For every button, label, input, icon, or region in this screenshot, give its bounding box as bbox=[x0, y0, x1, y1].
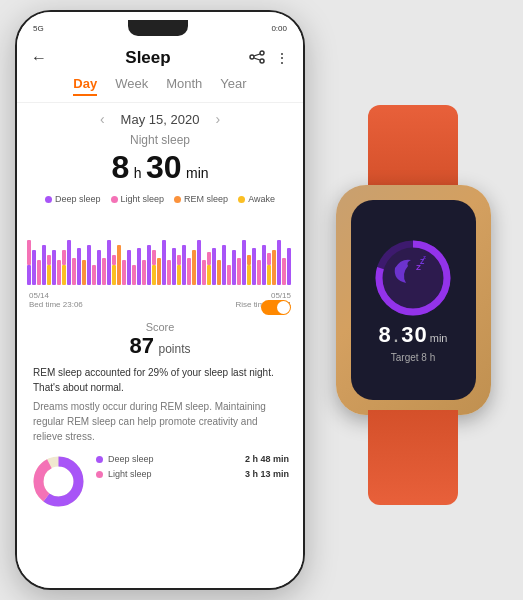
deep-sleep-stat-name: Deep sleep bbox=[108, 454, 240, 464]
deep-sleep-stat-dot bbox=[96, 456, 103, 463]
back-button[interactable]: ← bbox=[31, 49, 47, 67]
rem-detail-text: Dreams mostly occur during REM sleep. Ma… bbox=[33, 399, 287, 444]
more-icon[interactable]: ⋮ bbox=[275, 50, 289, 66]
stats-list: Deep sleep 2 h 48 min Light sleep 3 h 13… bbox=[96, 454, 289, 479]
svg-rect-27 bbox=[117, 245, 121, 285]
light-sleep-stat-dot bbox=[96, 471, 103, 478]
status-signal: 5G bbox=[33, 24, 44, 33]
svg-rect-20 bbox=[87, 245, 91, 285]
svg-rect-9 bbox=[42, 245, 46, 285]
svg-rect-12 bbox=[52, 250, 56, 285]
sleep-duration: 8 h 30 min bbox=[17, 147, 303, 190]
donut-chart bbox=[31, 454, 86, 509]
svg-line-4 bbox=[254, 58, 260, 60]
status-time: 0:00 bbox=[271, 24, 287, 33]
svg-rect-65 bbox=[282, 258, 286, 285]
svg-rect-5 bbox=[27, 265, 31, 285]
current-date: May 15, 2020 bbox=[121, 112, 200, 127]
svg-rect-63 bbox=[272, 250, 276, 285]
svg-rect-41 bbox=[177, 255, 181, 265]
tab-month[interactable]: Month bbox=[166, 76, 202, 96]
deep-sleep-dot bbox=[45, 196, 52, 203]
app-header: ← Sleep ⋮ bbox=[17, 40, 303, 72]
svg-text:z: z bbox=[423, 254, 426, 260]
svg-rect-60 bbox=[262, 245, 266, 285]
watch-strap-bottom bbox=[368, 410, 458, 505]
svg-rect-13 bbox=[57, 260, 61, 285]
sleep-label: Night sleep bbox=[17, 129, 303, 147]
svg-rect-14 bbox=[62, 265, 66, 285]
watch-target: Target 8 h bbox=[391, 352, 435, 363]
view-toggle[interactable] bbox=[261, 300, 291, 315]
svg-rect-10 bbox=[47, 265, 51, 285]
awake-dot bbox=[238, 196, 245, 203]
svg-point-1 bbox=[260, 51, 264, 55]
svg-rect-38 bbox=[167, 260, 171, 285]
svg-rect-46 bbox=[202, 260, 206, 285]
rem-main-text: REM sleep accounted for 29% of your slee… bbox=[33, 365, 287, 395]
watch-hours: 8 bbox=[379, 322, 392, 348]
svg-rect-32 bbox=[142, 260, 146, 285]
watch-container: Z Z z 8 . 30 min Target 8 h bbox=[318, 140, 508, 460]
svg-rect-8 bbox=[37, 260, 41, 285]
svg-rect-26 bbox=[112, 255, 116, 265]
svg-rect-62 bbox=[267, 253, 271, 265]
svg-rect-61 bbox=[267, 265, 271, 285]
tab-week[interactable]: Week bbox=[115, 76, 148, 96]
svg-rect-33 bbox=[147, 245, 151, 285]
deep-sleep-label: Deep sleep bbox=[55, 194, 101, 204]
sleep-chart: 05/14 Bed time 23:06 05/15 Rise time 07:… bbox=[17, 206, 303, 296]
chart-labels: 05/14 Bed time 23:06 05/15 Rise time 07:… bbox=[25, 289, 295, 309]
svg-rect-56 bbox=[247, 265, 251, 285]
phone-notch bbox=[128, 20, 188, 36]
svg-rect-25 bbox=[112, 265, 116, 285]
tab-day[interactable]: Day bbox=[73, 76, 97, 96]
bed-date: 05/14 bbox=[29, 291, 83, 300]
svg-rect-54 bbox=[237, 258, 241, 285]
watch-strap-top bbox=[368, 105, 458, 190]
sleep-minutes: 30 bbox=[146, 149, 182, 185]
tab-year[interactable]: Year bbox=[220, 76, 246, 96]
score-value: 87 bbox=[130, 333, 154, 358]
watch-minutes: 30 bbox=[401, 322, 427, 348]
status-bar: 5G 0:00 bbox=[17, 12, 303, 40]
legend-deep-sleep: Deep sleep bbox=[45, 194, 101, 204]
header-icons: ⋮ bbox=[249, 49, 289, 68]
sleep-description: REM sleep accounted for 29% of your slee… bbox=[17, 361, 303, 448]
svg-rect-45 bbox=[197, 240, 201, 285]
svg-rect-52 bbox=[227, 265, 231, 285]
svg-rect-23 bbox=[102, 258, 106, 285]
scene: 5G 0:00 ← Sleep bbox=[0, 0, 523, 600]
rem-sleep-label: REM sleep bbox=[184, 194, 228, 204]
svg-rect-53 bbox=[232, 250, 236, 285]
svg-rect-58 bbox=[252, 248, 256, 285]
svg-rect-47 bbox=[207, 265, 211, 285]
connect-icon[interactable] bbox=[249, 49, 265, 68]
next-date-button[interactable]: › bbox=[215, 111, 220, 127]
svg-rect-17 bbox=[72, 258, 76, 285]
svg-rect-40 bbox=[177, 265, 181, 285]
watch-min-unit: min bbox=[430, 332, 448, 344]
chart-label-left: 05/14 Bed time 23:06 bbox=[29, 291, 83, 309]
svg-rect-37 bbox=[162, 240, 166, 285]
light-sleep-dot bbox=[111, 196, 118, 203]
svg-rect-42 bbox=[182, 245, 186, 285]
score-unit: points bbox=[158, 342, 190, 356]
phone-content: ← Sleep ⋮ D bbox=[17, 40, 303, 588]
svg-rect-16 bbox=[67, 240, 71, 285]
svg-rect-34 bbox=[152, 265, 156, 285]
page-title: Sleep bbox=[125, 48, 170, 68]
chart-svg bbox=[25, 210, 295, 285]
svg-rect-21 bbox=[92, 265, 96, 285]
svg-rect-36 bbox=[157, 258, 161, 285]
svg-line-3 bbox=[254, 54, 260, 56]
svg-rect-44 bbox=[192, 250, 196, 285]
phone: 5G 0:00 ← Sleep bbox=[15, 10, 305, 590]
rem-sleep-dot bbox=[174, 196, 181, 203]
svg-rect-15 bbox=[62, 250, 66, 265]
svg-rect-66 bbox=[287, 248, 291, 285]
prev-date-button[interactable]: ‹ bbox=[100, 111, 105, 127]
svg-rect-18 bbox=[77, 248, 81, 285]
svg-rect-6 bbox=[27, 240, 31, 265]
watch-separator: . bbox=[394, 328, 399, 346]
